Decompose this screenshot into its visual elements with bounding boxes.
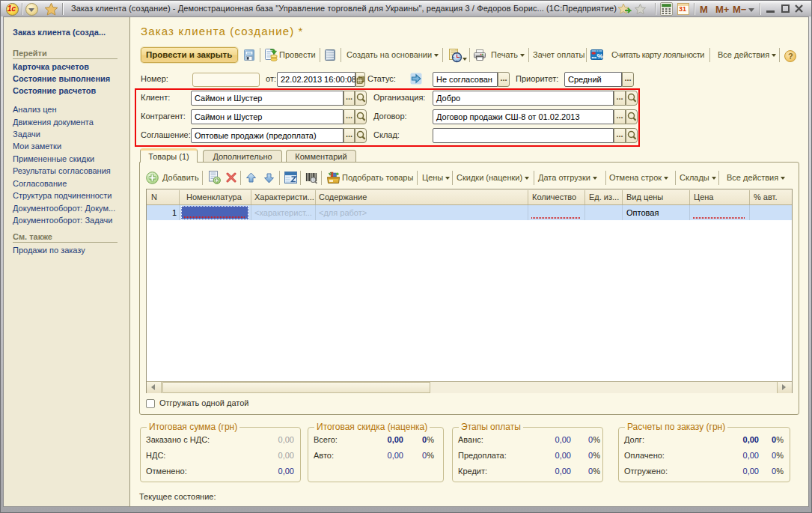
svg-text:%: % [597, 52, 604, 60]
